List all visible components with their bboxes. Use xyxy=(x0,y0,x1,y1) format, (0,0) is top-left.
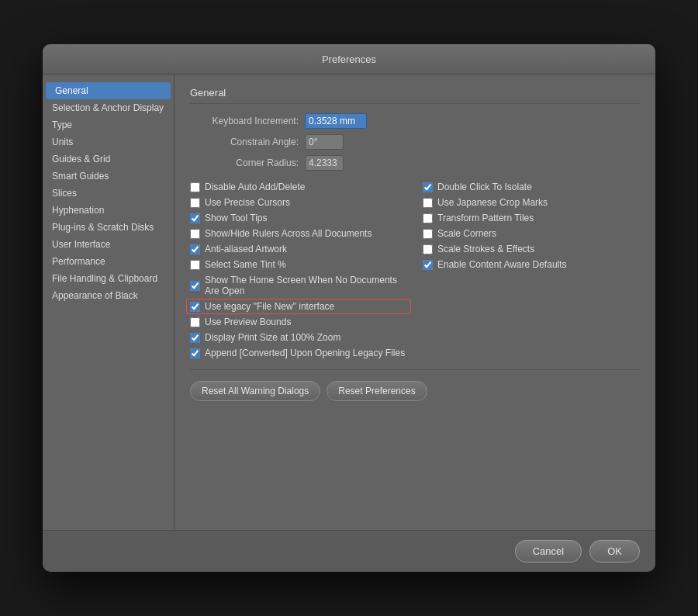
checkbox-input-left-7[interactable] xyxy=(190,302,200,312)
checkbox-input-right-2[interactable] xyxy=(423,213,433,223)
checkbox-label-left-8: Use Preview Bounds xyxy=(205,317,291,327)
checkbox-input-right-5[interactable] xyxy=(423,260,433,270)
checkbox-label-left-1: Use Precise Cursors xyxy=(205,197,290,208)
checkbox-label-right-5: Enable Content Aware Defaults xyxy=(437,259,567,270)
checkbox-label-left-0: Disable Auto Add/Delete xyxy=(205,182,305,192)
checkbox-input-left-3[interactable] xyxy=(190,229,200,239)
sidebar-item-smart-guides[interactable]: Smart Guides xyxy=(43,168,174,185)
preferences-dialog: Preferences GeneralSelection & Anchor Di… xyxy=(43,44,655,572)
checkbox-label-left-5: Select Same Tint % xyxy=(205,259,286,270)
checkbox-left-4[interactable]: Anti-aliased Artwork xyxy=(190,244,407,254)
sidebar-item-slices[interactable]: Slices xyxy=(43,185,174,202)
checkbox-input-right-4[interactable] xyxy=(423,244,433,254)
dialog-body: GeneralSelection & Anchor DisplayTypeUni… xyxy=(43,74,655,530)
sidebar-item-file-handling-clipboard[interactable]: File Handling & Clipboard xyxy=(43,270,174,287)
sidebar-item-type[interactable]: Type xyxy=(43,116,174,133)
checkbox-input-left-2[interactable] xyxy=(190,213,200,223)
reset-preferences-button[interactable]: Reset Preferences xyxy=(327,381,427,401)
checkboxes-area: Disable Auto Add/DeleteUse Precise Curso… xyxy=(190,182,640,358)
checkbox-input-left-10[interactable] xyxy=(190,348,200,358)
checkbox-label-right-3: Scale Corners xyxy=(437,228,496,239)
checkbox-input-right-0[interactable] xyxy=(423,182,433,192)
divider xyxy=(190,369,640,370)
constrain-angle-input[interactable] xyxy=(305,134,344,150)
dialog-footer: Cancel OK xyxy=(43,530,655,572)
sidebar-item-performance[interactable]: Performance xyxy=(43,253,174,270)
checkbox-input-left-0[interactable] xyxy=(190,182,200,192)
checkbox-left-9[interactable]: Display Print Size at 100% Zoom xyxy=(190,332,407,343)
action-buttons-row: Reset All Warning Dialogs Reset Preferen… xyxy=(190,381,640,401)
checkbox-label-left-2: Show Tool Tips xyxy=(205,213,268,223)
checkbox-input-right-1[interactable] xyxy=(423,198,433,208)
cancel-button[interactable]: Cancel xyxy=(515,540,582,562)
reset-warning-dialogs-button[interactable]: Reset All Warning Dialogs xyxy=(190,381,320,401)
sidebar: GeneralSelection & Anchor DisplayTypeUni… xyxy=(43,74,174,530)
corner-radius-row: Corner Radius: xyxy=(190,155,640,171)
checkbox-label-right-1: Use Japanese Crop Marks xyxy=(437,197,548,208)
checkboxes-left-col: Disable Auto Add/DeleteUse Precise Curso… xyxy=(190,182,407,358)
checkbox-label-left-4: Anti-aliased Artwork xyxy=(205,244,287,254)
checkbox-right-1[interactable]: Use Japanese Crop Marks xyxy=(423,197,640,208)
sidebar-item-units[interactable]: Units xyxy=(43,133,174,151)
checkbox-right-4[interactable]: Scale Strokes & Effects xyxy=(423,244,640,254)
section-title: General xyxy=(190,87,640,104)
checkbox-right-5[interactable]: Enable Content Aware Defaults xyxy=(423,259,640,270)
corner-radius-label: Corner Radius: xyxy=(190,157,299,168)
checkbox-label-left-3: Show/Hide Rulers Across All Documents xyxy=(205,228,371,239)
title-bar: Preferences xyxy=(43,44,655,74)
checkbox-label-right-2: Transform Pattern Tiles xyxy=(437,213,534,223)
checkbox-right-0[interactable]: Double Click To Isolate xyxy=(423,182,640,192)
checkbox-left-3[interactable]: Show/Hide Rulers Across All Documents xyxy=(190,228,407,239)
sidebar-item-appearance-of-black[interactable]: Appearance of Black xyxy=(43,287,174,304)
checkbox-left-5[interactable]: Select Same Tint % xyxy=(190,259,407,270)
checkbox-right-2[interactable]: Transform Pattern Tiles xyxy=(423,213,640,223)
checkbox-left-10[interactable]: Append [Converted] Upon Opening Legacy F… xyxy=(190,348,407,358)
keyboard-increment-row: Keyboard Increment: xyxy=(190,113,640,129)
checkbox-label-left-6: Show The Home Screen When No Documents A… xyxy=(205,275,407,296)
sidebar-item-general[interactable]: General xyxy=(46,82,171,99)
keyboard-increment-input[interactable] xyxy=(305,113,367,129)
checkbox-input-left-1[interactable] xyxy=(190,198,200,208)
sidebar-item-guides-grid[interactable]: Guides & Grid xyxy=(43,151,174,168)
main-content: General Keyboard Increment: Constrain An… xyxy=(174,74,655,530)
dialog-title: Preferences xyxy=(322,54,376,65)
checkbox-input-left-9[interactable] xyxy=(190,333,200,343)
checkbox-label-right-4: Scale Strokes & Effects xyxy=(437,244,534,254)
constrain-angle-label: Constrain Angle: xyxy=(190,137,299,147)
checkbox-input-right-3[interactable] xyxy=(423,229,433,239)
corner-radius-input[interactable] xyxy=(305,155,344,171)
checkbox-left-6[interactable]: Show The Home Screen When No Documents A… xyxy=(190,275,407,296)
checkbox-left-1[interactable]: Use Precise Cursors xyxy=(190,197,407,208)
sidebar-item-hyphenation[interactable]: Hyphenation xyxy=(43,202,174,219)
keyboard-increment-label: Keyboard Increment: xyxy=(190,116,299,126)
checkbox-input-left-8[interactable] xyxy=(190,317,200,327)
sidebar-item-plug-ins-scratch-disks[interactable]: Plug-ins & Scratch Disks xyxy=(43,219,174,236)
sidebar-item-user-interface[interactable]: User Interface xyxy=(43,236,174,253)
checkbox-label-right-0: Double Click To Isolate xyxy=(437,182,532,192)
checkbox-input-left-6[interactable] xyxy=(190,281,200,291)
ok-button[interactable]: OK xyxy=(589,540,640,562)
checkbox-label-left-10: Append [Converted] Upon Opening Legacy F… xyxy=(205,348,405,358)
checkbox-input-left-4[interactable] xyxy=(190,244,200,254)
checkbox-left-8[interactable]: Use Preview Bounds xyxy=(190,317,407,327)
checkbox-input-left-5[interactable] xyxy=(190,260,200,270)
checkbox-label-left-7: Use legacy "File New" interface xyxy=(205,301,334,312)
constrain-angle-row: Constrain Angle: xyxy=(190,134,640,150)
checkbox-left-0[interactable]: Disable Auto Add/Delete xyxy=(190,182,407,192)
checkbox-right-3[interactable]: Scale Corners xyxy=(423,228,640,239)
checkboxes-right-col: Double Click To IsolateUse Japanese Crop… xyxy=(423,182,640,358)
checkbox-left-2[interactable]: Show Tool Tips xyxy=(190,213,407,223)
sidebar-item-selection-anchor-display[interactable]: Selection & Anchor Display xyxy=(43,99,174,116)
checkbox-left-7[interactable]: Use legacy "File New" interface xyxy=(186,299,411,314)
checkbox-label-left-9: Display Print Size at 100% Zoom xyxy=(205,332,340,343)
